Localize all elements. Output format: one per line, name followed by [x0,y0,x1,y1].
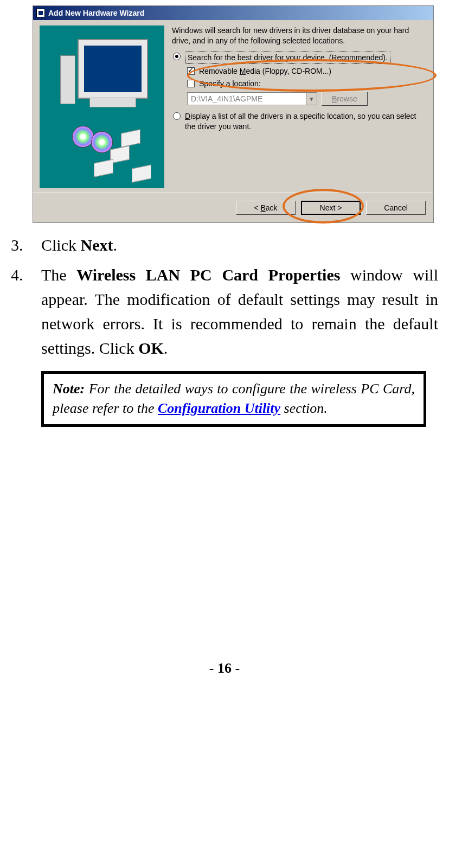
config-utility-link[interactable]: Configuration Utility [158,400,280,416]
note-box: Note: For the detailed ways to configure… [41,371,426,427]
checkbox-icon [187,67,195,75]
location-path-value: D:\VIA_4IN1\AGPME [188,94,306,104]
step-3: 3. Click Next. [11,233,438,257]
check-specify-location[interactable]: Specify a location: [187,79,427,89]
next-button[interactable]: Next > [301,201,361,215]
check-removable-label: Removable Media (Floppy, CD-ROM...) [199,66,331,76]
chevron-down-icon: ▼ [306,93,317,105]
location-path-combo[interactable]: D:\VIA_4IN1\AGPME ▼ [187,92,317,105]
step-text: Click Next. [41,233,438,257]
option-display-label: Display a list of all the drivers in a s… [185,111,427,132]
option-search-best-driver[interactable]: Search for the best driver for your devi… [173,52,427,64]
floppy-icon [121,129,140,148]
radio-icon [173,53,181,60]
page-number: - 16 - [11,660,438,676]
computer-tower-icon [60,55,75,104]
step-number: 3. [11,233,41,257]
info-text: Windows will search for new drivers in i… [172,25,427,46]
browse-button[interactable]: Browse [322,92,368,106]
cancel-button[interactable]: Cancel [366,201,426,215]
step-text: The Wireless LAN PC Card Properties wind… [41,263,438,360]
cd-icon [72,126,94,148]
computer-monitor-icon [78,39,148,99]
back-button[interactable]: < Back [236,201,296,215]
note-label: Note: [53,381,85,397]
wizard-icon [36,9,45,17]
cd-icon [91,131,113,153]
option-display-list[interactable]: Display a list of all the drivers in a s… [173,111,427,132]
step-number: 4. [11,263,41,360]
option-search-label: Search for the best driver for your devi… [185,52,390,64]
wizard-graphic [40,25,164,188]
note-text-post: section. [280,400,328,416]
step-4: 4. The Wireless LAN PC Card Properties w… [11,263,438,360]
check-specify-label: Specify a location: [199,79,261,89]
dialog-footer: < Back Next > Cancel [33,193,433,222]
instruction-list: 3. Click Next. 4. The Wireless LAN PC Ca… [11,233,438,360]
check-removable-media[interactable]: Removable Media (Floppy, CD-ROM...) [187,66,427,76]
hardware-wizard-dialog: Add New Hardware Wizard Windows will sea… [33,5,434,223]
options-panel: Windows will search for new drivers in i… [172,25,427,188]
floppy-icon [132,164,151,183]
radio-icon [173,112,181,120]
floppy-icon [94,159,113,177]
dialog-title: Add New Hardware Wizard [48,9,144,17]
checkbox-icon [187,80,195,87]
dialog-titlebar: Add New Hardware Wizard [33,6,433,20]
